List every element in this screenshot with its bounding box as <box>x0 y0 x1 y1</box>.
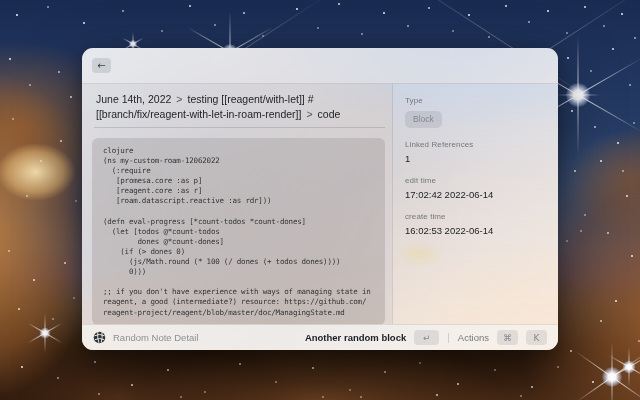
dialog-body: June 14th, 2022>testing [[reagent/with-l… <box>82 84 558 324</box>
type-label: Type <box>405 96 546 105</box>
breadcrumb-separator: > <box>306 108 312 120</box>
breadcrumb-separator: > <box>176 93 182 105</box>
create-time-value: 16:02:53 2022-06-14 <box>405 225 546 236</box>
type-badge: Block <box>405 111 442 128</box>
edit-time-value: 17:02:42 2022-06-14 <box>405 189 546 200</box>
k-key-badge: K <box>526 330 547 345</box>
breadcrumb-code[interactable]: code <box>318 108 341 120</box>
globe-logo-icon <box>93 331 106 344</box>
footer-divider: | <box>447 332 450 343</box>
linked-references-label: Linked References <box>405 140 546 149</box>
dialog-footer: Random Note Detail Another random block … <box>82 324 558 350</box>
app-name: Random Note Detail <box>113 332 199 343</box>
star-field-dim <box>0 0 2 2</box>
random-note-dialog: ← June 14th, 2022>testing [[reagent/with… <box>82 48 558 350</box>
create-time-label: create time <box>405 212 546 221</box>
nebula-wallpaper: ← June 14th, 2022>testing [[reagent/with… <box>0 0 640 400</box>
footer-right: Another random block ↵ | Actions ⌘ K <box>305 330 547 345</box>
breadcrumb-divider <box>94 127 385 128</box>
main-column: June 14th, 2022>testing [[reagent/with-l… <box>82 84 392 324</box>
back-button[interactable]: ← <box>92 58 111 73</box>
code-block[interactable]: clojure (ns my-custom-roam-12062022 (:re… <box>92 138 385 325</box>
breadcrumb-date[interactable]: June 14th, 2022 <box>96 93 171 105</box>
details-sidebar: Type Block Linked References 1 edit time… <box>392 84 558 324</box>
command-key-badge: ⌘ <box>497 330 518 345</box>
actions-button[interactable]: Actions <box>458 332 489 343</box>
footer-left: Random Note Detail <box>93 331 199 344</box>
dialog-header: ← <box>82 48 558 84</box>
breadcrumb: June 14th, 2022>testing [[reagent/with-l… <box>96 92 386 121</box>
enter-key-badge: ↵ <box>414 330 439 345</box>
linked-references-value: 1 <box>405 153 546 164</box>
another-random-block-button[interactable]: Another random block <box>305 332 406 343</box>
edit-time-label: edit time <box>405 176 546 185</box>
